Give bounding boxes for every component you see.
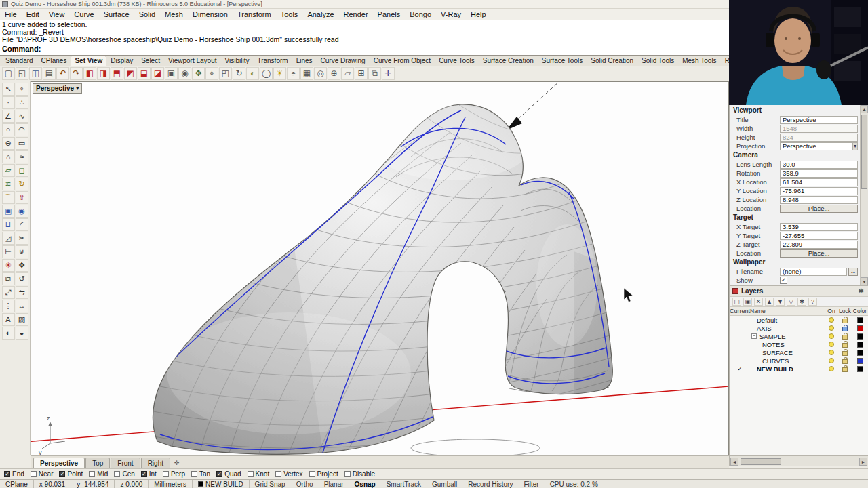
plane-icon[interactable]: ◻ (16, 164, 28, 177)
toolbar-tab-set-view[interactable]: Set View (71, 56, 106, 66)
move-down-icon[interactable]: ▼ (776, 298, 785, 306)
menu-surface[interactable]: Surface (99, 9, 134, 20)
layer-color-swatch[interactable] (857, 366, 863, 372)
property-value[interactable]: 30.0 (780, 161, 858, 169)
new-layer-icon[interactable]: ▢ (732, 298, 741, 306)
freeform-icon[interactable]: ≈ (16, 150, 28, 163)
hatch-icon[interactable]: ▨ (16, 313, 28, 326)
cylinder-icon[interactable]: ⊔ (2, 218, 15, 231)
status-toggle-osnap[interactable]: Osnap (349, 481, 381, 488)
toolbar-tab-surface-tools[interactable]: Surface Tools (538, 56, 587, 66)
toolbar-tab-display[interactable]: Display (106, 56, 137, 66)
layer-color-swatch[interactable] (857, 325, 863, 331)
scroll-right-icon[interactable]: ► (859, 458, 867, 466)
perspective-viewport[interactable]: z y Perspective ▾ (31, 81, 729, 455)
lock-open-icon[interactable] (842, 367, 848, 372)
set-view-perspective-icon[interactable]: ◩ (124, 67, 137, 80)
layer-color-swatch[interactable] (857, 358, 863, 364)
shaded-view-icon[interactable]: ◐ (246, 67, 259, 80)
lock-objects-icon[interactable]: ◒ (16, 327, 28, 340)
osnap-perp[interactable]: Perp (163, 470, 185, 478)
lock-open-icon[interactable] (842, 335, 848, 340)
menu-render[interactable]: Render (339, 9, 373, 20)
help-tool-icon[interactable]: ✛ (382, 67, 395, 80)
osnap-point[interactable]: ✓Point (59, 470, 83, 478)
viewport-tab-right[interactable]: Right (141, 458, 170, 468)
array-icon[interactable]: ⋮ (2, 300, 15, 312)
status-toggle-ortho[interactable]: Ortho (291, 481, 319, 488)
camera-icon[interactable]: ▣ (165, 67, 178, 80)
status-toggle-planar[interactable]: Planar (319, 481, 349, 488)
menu-curve[interactable]: Curve (69, 9, 98, 20)
polyline-icon[interactable]: ∠ (2, 110, 15, 123)
osnap-knot[interactable]: Knot (248, 470, 270, 478)
property-value[interactable]: 3.539 (780, 223, 858, 231)
lock-open-icon[interactable] (842, 343, 848, 348)
copy-icon[interactable]: ⧉ (2, 272, 15, 285)
set-view-bottom-icon[interactable]: ⬓ (138, 67, 151, 80)
layer-row-notes[interactable]: NOTES (730, 340, 868, 348)
arc-icon[interactable]: ◠ (16, 123, 28, 136)
group-icon[interactable]: ⧉ (368, 67, 381, 80)
select-brush-icon[interactable]: ⌖ (16, 83, 28, 96)
layer-current-check[interactable]: ✓ (730, 365, 750, 372)
viewport-layout-icon[interactable]: ✛ (171, 458, 183, 468)
bulb-on-icon[interactable] (829, 333, 834, 339)
save-file-icon[interactable]: ◫ (29, 67, 42, 80)
property-value[interactable]: -75.961 (780, 187, 858, 195)
surface-icon[interactable]: ▱ (2, 164, 15, 177)
scroll-left-icon[interactable]: ◄ (730, 458, 738, 466)
trim-icon[interactable]: ✂ (16, 232, 28, 245)
layers-hscrollbar[interactable]: ◄ ► (729, 455, 868, 466)
status-cell-cplane[interactable]: CPlane (0, 480, 34, 488)
viewport-title-tab[interactable]: Perspective ▾ (33, 83, 82, 94)
rectangle-icon[interactable]: ▭ (16, 137, 28, 150)
viewport-tab-perspective[interactable]: Perspective (33, 458, 85, 468)
osnap-quad[interactable]: ✓Quad (216, 470, 241, 478)
named-views-icon[interactable]: ◪ (151, 67, 164, 80)
scroll-up-icon[interactable]: ▲ (861, 105, 868, 113)
status-cell-y-144-954[interactable]: y -144.954 (71, 480, 115, 488)
points-set-icon[interactable]: ∴ (16, 96, 28, 109)
toolbar-tab-viewport-layout[interactable]: Viewport Layout (164, 56, 221, 66)
status-cell-millimeters[interactable]: Millimeters (149, 480, 193, 488)
polygon-icon[interactable]: ⌂ (2, 150, 15, 163)
scroll-thumb[interactable] (741, 458, 781, 465)
layer-row-new-build[interactable]: ✓NEW BUILD (730, 365, 868, 373)
set-view-front-icon[interactable]: ◨ (97, 67, 110, 80)
status-cell-new-build[interactable]: NEW BUILD (193, 480, 250, 488)
property-checkbox[interactable]: ✓ (780, 277, 787, 284)
chamfer-icon[interactable]: ◿ (2, 232, 15, 245)
select-arrow-icon[interactable]: ↖ (2, 83, 15, 96)
menu-file[interactable]: File (0, 9, 22, 20)
curve-icon[interactable]: ∿ (16, 110, 28, 123)
status-toggle-grid-snap[interactable]: Grid Snap (250, 481, 291, 488)
properties-scrollbar[interactable]: ▲ ▼ (860, 105, 868, 285)
circle-icon[interactable]: ○ (2, 123, 15, 136)
command-prompt[interactable]: Command: (0, 43, 729, 56)
delete-layer-icon[interactable]: ✕ (754, 298, 763, 306)
bulb-on-icon[interactable] (829, 350, 834, 355)
sphere-icon[interactable]: ◉ (16, 205, 28, 218)
explode-icon[interactable]: ✳ (2, 259, 15, 272)
undo-icon[interactable]: ↶ (56, 67, 69, 80)
lock-open-icon[interactable] (842, 319, 848, 323)
visibility-icon[interactable]: ◐ (2, 327, 15, 340)
menu-panels[interactable]: Panels (373, 9, 406, 20)
snapshot-icon[interactable]: ◉ (178, 67, 191, 80)
text-icon[interactable]: A (2, 313, 15, 326)
bulb-on-icon[interactable] (829, 366, 834, 371)
menu-dimension[interactable]: Dimension (188, 9, 233, 20)
layer-color-swatch[interactable] (857, 350, 863, 356)
fillet-icon[interactable]: ◜ (16, 218, 28, 231)
osnap-mid[interactable]: Mid (89, 470, 108, 478)
gear-icon[interactable]: ✱ (857, 287, 865, 295)
toolbar-tab-visibility[interactable]: Visibility (220, 56, 253, 66)
status-toggle-smarttrack[interactable]: SmartTrack (381, 481, 427, 488)
property-value[interactable]: 61.504 (780, 178, 858, 186)
status-toggle-gumball[interactable]: Gumball (427, 481, 462, 488)
revolve-icon[interactable]: ↻ (16, 178, 28, 190)
menu-solid[interactable]: Solid (134, 9, 160, 20)
menu-tools[interactable]: Tools (276, 9, 303, 20)
status-cell-z-0-000[interactable]: z 0.000 (115, 480, 149, 488)
